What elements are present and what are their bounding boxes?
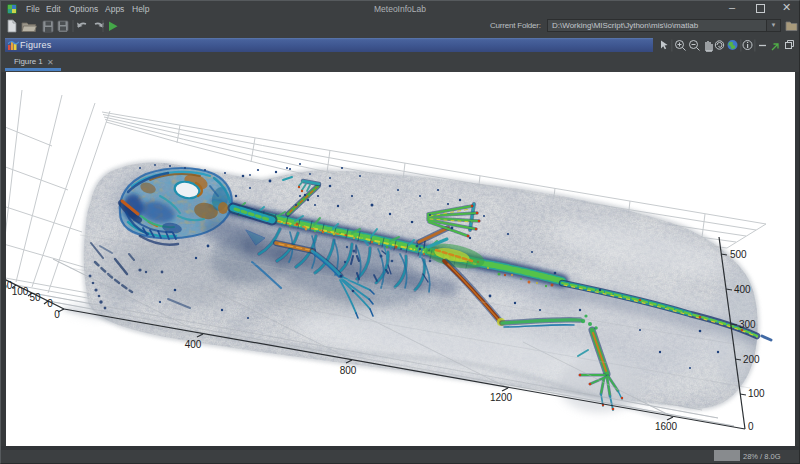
svg-text:800: 800	[340, 365, 357, 376]
svg-text:400: 400	[185, 339, 202, 350]
svg-text:100: 100	[748, 388, 765, 399]
svg-text:150: 150	[6, 280, 13, 291]
svg-text:100: 100	[12, 286, 29, 297]
svg-text:1600: 1600	[655, 421, 678, 432]
svg-text:1200: 1200	[490, 392, 513, 403]
svg-text:400: 400	[734, 284, 751, 295]
svg-text:0: 0	[54, 309, 60, 320]
svg-text:300: 300	[739, 319, 756, 330]
svg-text:0: 0	[748, 421, 754, 432]
svg-text:200: 200	[743, 354, 760, 365]
svg-text:0: 0	[47, 298, 53, 309]
svg-text:50: 50	[29, 292, 41, 303]
svg-text:500: 500	[730, 249, 747, 260]
